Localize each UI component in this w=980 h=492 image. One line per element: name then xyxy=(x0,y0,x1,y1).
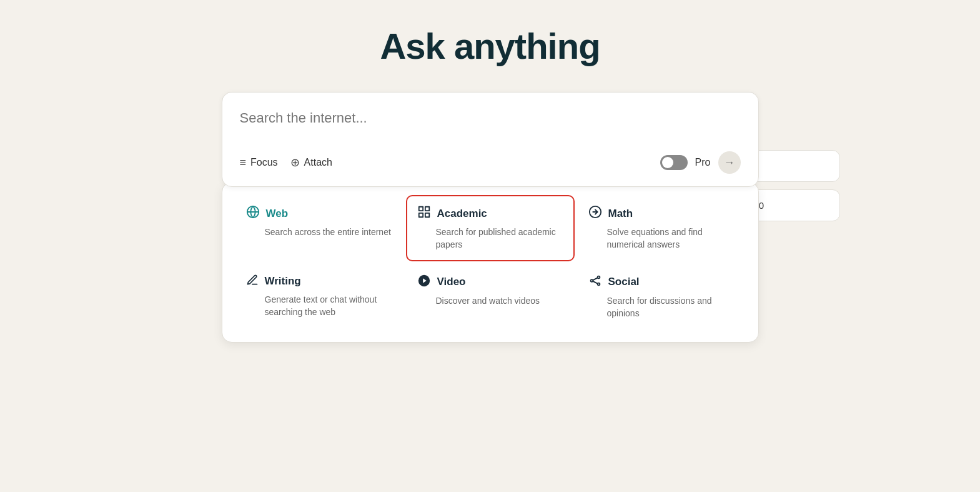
svg-line-13 xyxy=(593,281,597,284)
toolbar-right: Pro → xyxy=(660,151,741,174)
focus-item-title-academic: Academic xyxy=(437,208,487,220)
video-icon xyxy=(417,274,431,291)
focus-item-title-math: Math xyxy=(608,208,633,220)
svg-point-11 xyxy=(597,283,600,285)
focus-label: Focus xyxy=(250,157,278,168)
focus-item-social[interactable]: Social Search for discussions and opinio… xyxy=(577,264,746,330)
svg-rect-3 xyxy=(425,207,428,211)
page-title: Ask anything xyxy=(380,25,600,67)
focus-item-header-writing: Writing xyxy=(246,274,392,289)
focus-item-desc-writing: Generate text or chat without searching … xyxy=(246,293,392,319)
search-toolbar: ≡ Focus ⊕ Attach Pro → xyxy=(240,151,741,174)
focus-item-title-web: Web xyxy=(266,208,289,220)
search-input[interactable] xyxy=(240,110,741,126)
focus-item-video[interactable]: Video Discover and watch videos xyxy=(406,264,575,330)
svg-rect-2 xyxy=(418,207,422,211)
toolbar-left: ≡ Focus ⊕ Attach xyxy=(240,156,332,169)
focus-item-desc-math: Solve equations and find numerical answe… xyxy=(588,226,735,251)
svg-line-12 xyxy=(593,278,597,280)
focus-item-web[interactable]: Web Search across the entire internet xyxy=(235,195,403,261)
social-icon xyxy=(588,274,602,291)
svg-rect-5 xyxy=(425,213,428,217)
focus-item-desc-web: Search across the entire internet xyxy=(246,226,392,238)
focus-item-header-web: Web xyxy=(246,205,392,222)
writing-icon xyxy=(246,274,259,289)
svg-rect-4 xyxy=(418,213,422,217)
attach-icon: ⊕ xyxy=(290,156,300,169)
focus-item-header-math: Math xyxy=(588,205,735,222)
web-icon xyxy=(246,205,260,222)
focus-item-header-social: Social xyxy=(588,274,735,291)
attach-label: Attach xyxy=(304,157,332,168)
focus-dropdown: Web Search across the entire internet Ac… xyxy=(222,182,759,343)
focus-item-header-academic: Academic xyxy=(417,205,563,222)
focus-item-writing[interactable]: Writing Generate text or chat without se… xyxy=(235,264,403,330)
focus-button[interactable]: ≡ Focus xyxy=(240,156,278,169)
focus-item-title-video: Video xyxy=(437,276,466,288)
pro-toggle[interactable] xyxy=(660,155,688,170)
focus-item-academic[interactable]: Academic Search for published academic p… xyxy=(406,195,575,261)
focus-item-title-social: Social xyxy=(608,276,640,288)
focus-item-header-video: Video xyxy=(417,274,563,291)
pro-label: Pro xyxy=(695,157,711,168)
submit-button[interactable]: → xyxy=(718,151,741,174)
focus-item-title-writing: Writing xyxy=(265,275,301,288)
academic-icon xyxy=(417,205,431,222)
focus-item-desc-academic: Search for published academic papers xyxy=(417,226,563,251)
svg-point-10 xyxy=(597,276,600,278)
focus-item-desc-social: Search for discussions and opinions xyxy=(588,294,735,320)
math-icon xyxy=(588,205,602,222)
focus-item-desc-video: Discover and watch videos xyxy=(417,294,563,307)
svg-point-9 xyxy=(590,279,593,282)
search-box: ≡ Focus ⊕ Attach Pro → xyxy=(222,92,759,187)
focus-icon: ≡ xyxy=(240,156,247,169)
focus-item-math[interactable]: Math Solve equations and find numerical … xyxy=(577,195,746,261)
attach-button[interactable]: ⊕ Attach xyxy=(290,156,332,169)
